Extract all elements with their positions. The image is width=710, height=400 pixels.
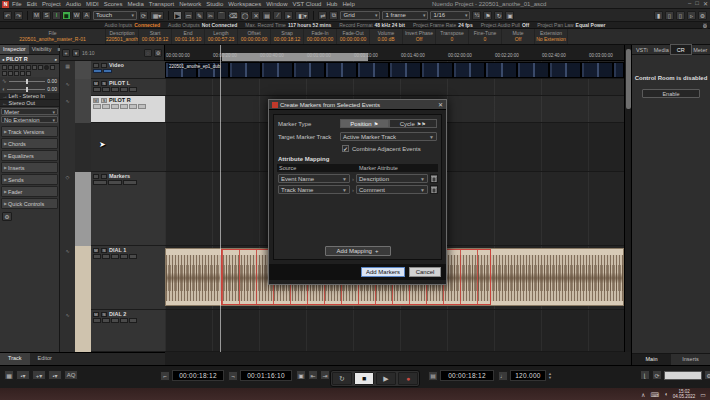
- solo-button[interactable]: S: [101, 248, 107, 253]
- tab-inserts[interactable]: Inserts: [671, 354, 710, 365]
- menu-item[interactable]: Hub: [326, 1, 337, 7]
- punch-lock-icon[interactable]: ▣: [296, 370, 306, 380]
- automation-read-button[interactable]: [120, 87, 128, 92]
- video-track-lane[interactable]: 220501_anothe_ep1_dub: [165, 61, 624, 79]
- zoom-tool-icon[interactable]: ◯: [240, 11, 249, 20]
- edit-channel-button[interactable]: [111, 318, 119, 323]
- record-enable-button[interactable]: [93, 87, 101, 92]
- left-zone-toggle[interactable]: ▮: [654, 11, 663, 20]
- info-column[interactable]: Mute Off: [502, 29, 535, 44]
- status-item[interactable]: Audio InputsConnected: [104, 22, 160, 28]
- record-enable-button[interactable]: [93, 104, 101, 109]
- track-row-markers[interactable]: ◇ Markers: [60, 172, 165, 246]
- listen-state-button[interactable]: I: [52, 11, 61, 20]
- track-row-pilot-r[interactable]: ∿ MS PILOT R: [60, 96, 165, 123]
- record-state-button[interactable]: ◼: [62, 11, 71, 20]
- maximize-button[interactable]: □: [695, 0, 699, 7]
- source-dropdown[interactable]: Track Name▼: [278, 185, 350, 194]
- inspector-track-title[interactable]: ◂ PILOT R e: [0, 55, 59, 64]
- marker-add-button[interactable]: [93, 174, 99, 179]
- info-column[interactable]: End 00:01:16:10: [172, 29, 205, 44]
- select-tool-icon[interactable]: ▶: [173, 11, 182, 20]
- system-clock[interactable]: 15:02 04.05.2022: [673, 389, 696, 399]
- comp-tool-icon[interactable]: ▤: [262, 11, 271, 20]
- color-tool-icon[interactable]: ◧▾: [295, 11, 309, 20]
- automation-write-button[interactable]: [129, 104, 137, 109]
- inspector-section[interactable]: ▶Quick Controls: [1, 198, 58, 209]
- edit-channel-button[interactable]: [111, 87, 119, 92]
- record-button[interactable]: ●: [398, 372, 418, 385]
- input-level-icon[interactable]: ⌊: [640, 370, 650, 380]
- status-item[interactable]: Project Audio PullOff: [481, 22, 529, 28]
- inspector-section[interactable]: ▶Chords: [1, 138, 58, 149]
- minimize-button[interactable]: –: [688, 0, 691, 7]
- click-dropdown[interactable]: •▾: [48, 370, 62, 380]
- record-mode-dropdown[interactable]: •▾: [16, 370, 30, 380]
- freeze-button[interactable]: [138, 104, 146, 109]
- thumbnail-toggle[interactable]: [103, 69, 112, 73]
- inspector-setup-gear-icon[interactable]: ⚙: [2, 212, 12, 221]
- zoom-dropdown[interactable]: [123, 180, 137, 185]
- snap-icon[interactable]: ⧉: [329, 11, 338, 20]
- thumbnail-toggle[interactable]: [93, 69, 102, 73]
- close-button[interactable]: ✕: [703, 0, 708, 7]
- audio-quantize-button[interactable]: AQ: [64, 370, 78, 380]
- tab-visibility[interactable]: Visibility: [29, 45, 55, 54]
- automation-write-button[interactable]: [129, 318, 137, 323]
- solo-button[interactable]: S: [101, 81, 107, 86]
- mute-tool-icon[interactable]: ✕: [251, 11, 260, 20]
- automation-mode-dropdown[interactable]: Touch▾: [93, 11, 137, 20]
- output-routing[interactable]: ←Stereo Out: [0, 100, 59, 107]
- tab-track[interactable]: Track: [0, 353, 30, 365]
- inspector-section[interactable]: ▶Sends: [1, 174, 58, 185]
- menu-item[interactable]: Studio: [206, 1, 223, 7]
- menu-item[interactable]: Transport: [149, 1, 174, 7]
- right-locator-value[interactable]: 00:01:16:10: [240, 370, 292, 381]
- track-row-dial2[interactable]: ∿ MS DIAL 2: [60, 310, 165, 352]
- track-search-icon[interactable]: ◌: [144, 49, 152, 57]
- iterative-quantize-icon[interactable]: ½: [472, 11, 481, 20]
- track-row-pilot-l[interactable]: ∿ MS PILOT L: [60, 79, 165, 96]
- statusline-gear-icon[interactable]: ⚙: [702, 22, 708, 29]
- combine-checkbox[interactable]: ✓: [342, 145, 349, 152]
- right-zone-toggle[interactable]: ▯: [676, 11, 685, 20]
- menu-item[interactable]: Network: [179, 1, 201, 7]
- quantize-dropdown[interactable]: 1/16▾: [430, 11, 470, 20]
- status-item[interactable]: Audio OutputsNot Connected: [168, 22, 237, 28]
- dial2-lane[interactable]: [165, 310, 624, 352]
- info-column[interactable]: Snap 00:00:18:12: [271, 29, 304, 44]
- inspector-section[interactable]: ▶Fader: [1, 186, 58, 197]
- erase-tool-icon[interactable]: ⌫: [228, 11, 238, 20]
- info-column[interactable]: Length 00:00:57:23: [205, 29, 238, 44]
- edit-channel-button[interactable]: [111, 254, 119, 259]
- monitor-button[interactable]: [102, 254, 110, 259]
- punch-mode-dropdown[interactable]: +▾: [32, 370, 46, 380]
- cancel-button[interactable]: Cancel: [409, 267, 441, 277]
- cycle-button[interactable]: ↻: [332, 372, 352, 385]
- menu-item[interactable]: Workspaces: [228, 1, 261, 7]
- range-tool-icon[interactable]: ▭: [184, 11, 193, 20]
- attribute-dropdown[interactable]: Description▼: [356, 174, 428, 183]
- tab-cr[interactable]: CR: [671, 45, 691, 54]
- target-marker-track-dropdown[interactable]: Active Marker Track▼: [340, 132, 437, 141]
- mute-state-button[interactable]: M: [32, 11, 41, 20]
- refresh-icon[interactable]: ↻: [494, 11, 503, 20]
- solo-button[interactable]: [101, 63, 107, 68]
- cycle-dropdown[interactable]: [108, 180, 122, 185]
- output-level-icon[interactable]: ⟳: [652, 370, 662, 380]
- track-row-dial1[interactable]: ∿ MS DIAL 1: [60, 246, 165, 310]
- undo-button[interactable]: ↶: [3, 11, 12, 20]
- redo-button[interactable]: ↷: [14, 11, 23, 20]
- mute-button[interactable]: M: [93, 98, 99, 103]
- notification-center-icon[interactable]: ▭: [700, 391, 706, 398]
- tempo-track-icon[interactable]: ♩: [498, 371, 508, 381]
- info-column[interactable]: Offset 00:00:00:00: [238, 29, 271, 44]
- tray-chevron-icon[interactable]: ∧: [641, 391, 645, 398]
- track-control-buttons[interactable]: [0, 64, 59, 77]
- tab-meter[interactable]: Meter: [691, 45, 710, 54]
- tab-main[interactable]: Main: [632, 354, 671, 365]
- automation-write-button[interactable]: [129, 87, 137, 92]
- menu-item[interactable]: Project: [42, 1, 61, 7]
- line-tool-icon[interactable]: ∕: [273, 11, 282, 20]
- workspace-icon[interactable]: ▦▾: [150, 11, 164, 20]
